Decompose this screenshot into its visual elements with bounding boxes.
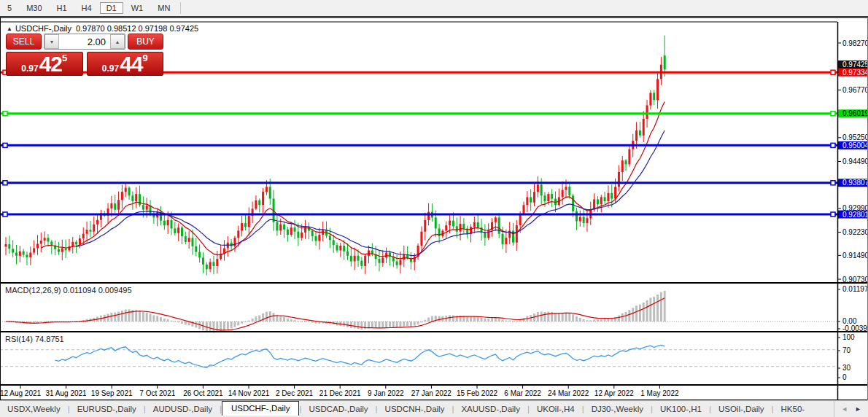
chart-title: ▲USDCHF-,Daily0.97870 0.98512 0.97198 0.… [7, 24, 198, 33]
price-tick-label: 0.98270 [842, 39, 868, 47]
rsi-line [55, 345, 665, 367]
chart-tab-usoil-daily[interactable]: USOil-,Daily [711, 402, 772, 416]
chart-tab-usdchf-daily[interactable]: USDCHF-,Daily [222, 401, 300, 416]
tab-scroll-arrows: ◄► [834, 401, 868, 417]
macd-value-main: 0.011094 [63, 286, 96, 295]
price-tick-label: 0.95250 [842, 133, 868, 141]
date-tick-label: 2 Dec 2021 [276, 389, 314, 397]
volume-input[interactable]: 2.00 [59, 34, 110, 49]
level-price-label: 0.92801 [842, 211, 868, 219]
date-tick-label: 31 Aug 2021 [46, 389, 88, 397]
chart-tabs-bar: USDX,Weekly|EURUSD-,Daily|AUDUSD-,Daily|… [0, 400, 868, 417]
level-price-label: 0.96019 [842, 109, 868, 117]
sell-button[interactable]: SELL [6, 34, 42, 50]
date-tick-label: 14 Nov 2021 [228, 389, 270, 397]
level-price-label: 0.97334 [842, 69, 868, 77]
price-tick-label: 0.91490 [842, 252, 868, 260]
toolbar-divider [180, 2, 181, 14]
chart-tab-usdcad-daily[interactable]: USDCAD-,Daily [301, 402, 375, 416]
date-tick-label: 1 May 2022 [640, 389, 679, 397]
date-tick-label: 12 Apr 2022 [594, 389, 634, 397]
sell-price-prefix: 0.97 [21, 63, 38, 74]
chart-tab-usdx-weekly[interactable]: USDX,Weekly [0, 402, 68, 416]
buy-price-sup: 9 [143, 54, 148, 63]
price-scale: 0.982700.975100.967700.952500.944900.929… [837, 39, 868, 382]
volume-stepper: ▼ 2.00 ▲ [44, 34, 125, 50]
rsi-value: 74.8751 [35, 335, 64, 343]
chart-tab-ukoil-h4[interactable]: UKOil-,H4 [530, 402, 582, 416]
tabs-scroll-right-icon[interactable]: ► [851, 405, 865, 413]
timeframe-button-5[interactable]: 5 [1, 2, 18, 14]
collapse-panel-icon[interactable]: ▲ [7, 26, 12, 32]
rsi-name: RSI(14) [5, 335, 33, 343]
current-price-label: 0.97425 [842, 61, 868, 69]
level-price-label: 0.95004 [842, 141, 868, 149]
level-line-handle[interactable] [3, 212, 7, 217]
rsi-scale-label: 70 [842, 346, 851, 354]
rsi-scale-label: 100 [842, 333, 855, 341]
chart-symbol-label: USDCHF-,Daily [15, 24, 71, 33]
date-tick-label: 26 Oct 2021 [183, 389, 223, 397]
level-line-handle[interactable] [3, 181, 7, 185]
timeframe-toolbar: 5M30H1H4D1W1MN [0, 0, 868, 17]
macd-name: MACD(12,26,9) [5, 286, 61, 295]
buy-button[interactable]: BUY [128, 34, 163, 50]
price-tick-label: 0.92230 [842, 228, 868, 236]
level-line-handle[interactable] [831, 181, 835, 185]
date-tick-label: 21 Dec 2021 [319, 389, 361, 397]
rsi-scale-label: 0 [842, 373, 847, 381]
date-axis: 12 Aug 202131 Aug 202119 Sep 20217 Oct 2… [0, 385, 679, 397]
chart-tab-usdcnh-daily[interactable]: USDCNH-,Daily [378, 402, 452, 416]
tabs-scroll-left-icon[interactable]: ◄ [837, 405, 851, 413]
timeframe-button-m30[interactable]: M30 [20, 2, 48, 14]
macd-scale-label: 0.011979 [842, 285, 868, 293]
chart-tab-uk100-h1[interactable]: UK100-,H1 [653, 402, 709, 416]
timeframe-button-w1[interactable]: W1 [125, 2, 150, 14]
date-tick-label: 15 Feb 2022 [457, 389, 498, 397]
timeframe-button-mn[interactable]: MN [151, 2, 177, 14]
rsi-label: RSI(14) 74.8751 [5, 335, 64, 343]
chart-tab-audusd-daily[interactable]: AUDUSD-,Daily [146, 402, 220, 416]
timeframe-button-h4[interactable]: H4 [75, 2, 98, 14]
date-tick-label: 19 Sep 2021 [91, 389, 133, 397]
buy-price-big: 44 [120, 54, 142, 74]
date-tick-label: 12 Aug 2021 [0, 389, 42, 397]
level-line-handle[interactable] [831, 212, 835, 217]
macd-histogram [5, 291, 666, 332]
date-tick-label: 6 Mar 2022 [504, 389, 541, 397]
price-tick-label: 0.94490 [842, 157, 868, 165]
chart-tab-hk50-[interactable]: HK50- [774, 402, 813, 416]
date-tick-label: 7 Oct 2021 [139, 389, 175, 397]
price-tick-label: 0.96770 [842, 86, 868, 94]
macd-value-signal: 0.009495 [98, 286, 132, 295]
date-tick-label: 24 Mar 2022 [548, 389, 589, 397]
level-line-handle[interactable] [831, 143, 835, 147]
sell-price-sup: 5 [62, 54, 67, 63]
date-tick-label: 9 Jan 2022 [368, 389, 404, 397]
mt4-usdchf-window: { "timeframe_bar": { "items": [ {"label"… [0, 0, 868, 417]
ma-fast-line [41, 102, 664, 259]
level-line-handle[interactable] [831, 70, 835, 74]
sell-price-big: 42 [39, 54, 62, 74]
ma-slow-line [77, 130, 665, 256]
timeframe-button-d1[interactable]: D1 [100, 2, 123, 14]
buy-price-button[interactable]: 0.97 44 9 [87, 52, 164, 76]
level-line-handle[interactable] [3, 143, 7, 147]
level-price-label: 0.93807 [842, 179, 868, 187]
rsi-scale-label: 30 [842, 364, 851, 372]
price-tick-label: 0.90730 [842, 276, 868, 284]
macd-label: MACD(12,26,9) 0.011094 0.009495 [5, 286, 132, 295]
date-tick-label: 27 Jan 2022 [411, 389, 452, 397]
volume-increase-button[interactable]: ▲ [110, 34, 125, 49]
buy-price-prefix: 0.97 [102, 63, 119, 74]
one-click-trading-panel: SELL ▼ 2.00 ▲ BUY 0.97 42 5 0.97 44 9 [6, 34, 163, 76]
chart-ohlc-values: 0.97870 0.98512 0.97198 0.97425 [76, 24, 198, 33]
sell-price-button[interactable]: 0.97 42 5 [6, 52, 83, 76]
timeframe-button-h1[interactable]: H1 [50, 2, 74, 14]
volume-decrease-button[interactable]: ▼ [44, 34, 59, 49]
chart-tab-xauusd-daily[interactable]: XAUUSD-,Daily [454, 402, 527, 416]
level-line-handle[interactable] [3, 112, 7, 116]
chart-tab-eurusd-daily[interactable]: EURUSD-,Daily [70, 402, 144, 416]
chart-tab-dj30-weekly[interactable]: DJ30-,Weekly [584, 402, 651, 416]
level-line-handle[interactable] [831, 112, 835, 116]
